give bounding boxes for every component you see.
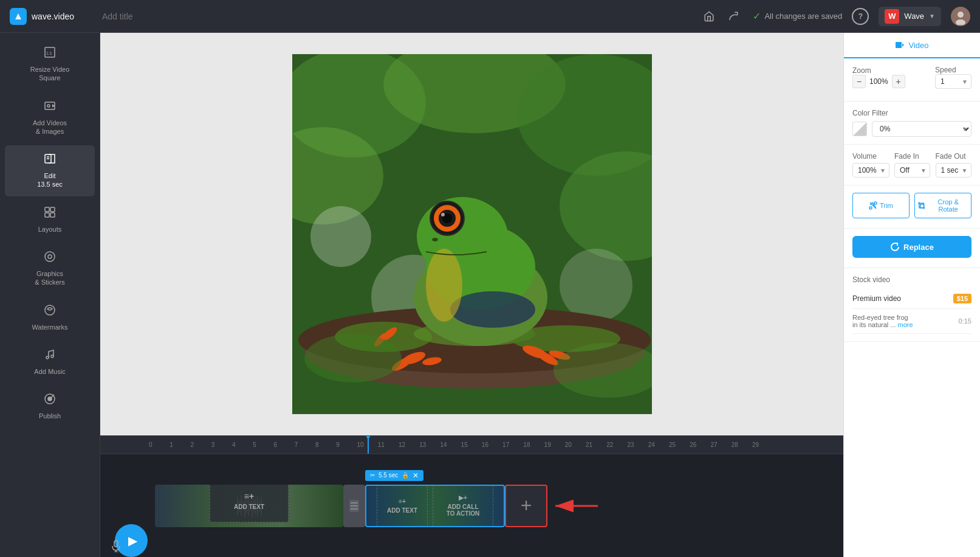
- svg-rect-13: [45, 213, 49, 217]
- add-text-button-main[interactable]: ≡+ ADD TEXT: [210, 485, 289, 522]
- ruler-mark-25: 25: [669, 441, 676, 448]
- sidebar-item-resize[interactable]: 1:1 Resize VideoSquare: [5, 39, 95, 90]
- ruler-mark-7: 7: [295, 441, 298, 448]
- trim-button[interactable]: Trim: [852, 193, 910, 218]
- crop-rotate-button[interactable]: Crop & Rotate: [914, 193, 971, 218]
- svg-rect-61: [351, 505, 358, 507]
- sidebar-item-music[interactable]: Add Music: [5, 341, 95, 383]
- add-text-label-2: ADD TEXT: [387, 507, 417, 514]
- svg-rect-60: [351, 502, 358, 503]
- svg-point-70: [869, 207, 872, 209]
- crop-label: Crop & Rotate: [928, 198, 968, 213]
- ruler-mark-21: 21: [586, 441, 592, 448]
- ruler-mark-22: 22: [606, 441, 613, 448]
- track-clip-main[interactable]: ≡+ ADD TEXT: [155, 485, 343, 527]
- logo-text: wave.video: [32, 12, 74, 21]
- clip-lock-icon: 🔒: [402, 472, 409, 479]
- sidebar-item-add-videos[interactable]: Add Videos& Images: [5, 92, 95, 144]
- video-canvas[interactable]: [292, 54, 652, 414]
- color-filter-dropdown-wrap: 0% ▼: [872, 121, 971, 137]
- selected-clip-container: ✂ 5.5 sec 🔒 ✕ ≡+ ADD TEXT: [365, 485, 505, 527]
- ruler-mark-28: 28: [732, 441, 738, 448]
- clip-close-button[interactable]: ✕: [413, 471, 419, 480]
- speed-dropdown[interactable]: 1 1.5 2: [935, 74, 971, 89]
- add-clip-button[interactable]: +: [505, 485, 547, 527]
- add-cta-label: ADD CALLTO ACTION: [447, 503, 479, 517]
- zoom-label: Zoom: [852, 66, 905, 75]
- crop-icon: [917, 201, 925, 210]
- track-clip-selected[interactable]: ≡+ ADD TEXT ▶+ ADD CALLTO ACTION: [365, 485, 505, 527]
- color-filter-section: Color Filter 0% ▼: [844, 102, 980, 145]
- ruler-mark-14: 14: [440, 441, 447, 448]
- ruler-mark-19: 19: [544, 441, 551, 448]
- panel-tab-video[interactable]: Video: [844, 33, 980, 58]
- svg-point-31: [560, 249, 632, 322]
- color-filter-dropdown[interactable]: 0%: [872, 121, 971, 137]
- add-text-button-clip[interactable]: ≡+ ADD TEXT: [377, 485, 428, 527]
- ruler-mark-4: 4: [232, 441, 236, 448]
- ruler-mark-16: 16: [482, 441, 488, 448]
- zoom-speed-row: Zoom − 100% + Speed 1 1.5 2: [852, 66, 971, 89]
- add-text-icon-2: ≡+: [399, 498, 406, 505]
- add-videos-icon: [44, 100, 56, 115]
- replace-button[interactable]: Replace: [852, 236, 971, 258]
- svg-point-18: [46, 356, 49, 359]
- trim-crop-section: Trim Crop & Rotate: [844, 185, 980, 229]
- speed-dropdown-wrap: 1 1.5 2 ▼: [935, 74, 971, 89]
- zoom-minus-button[interactable]: −: [852, 75, 866, 88]
- more-link[interactable]: more: [898, 321, 913, 328]
- ruler-mark-20: 20: [565, 441, 572, 448]
- volume-dropdown[interactable]: 100%: [852, 163, 889, 178]
- ruler-mark-11: 11: [378, 441, 385, 448]
- replace-icon: [890, 242, 900, 252]
- topbar-center: ✓ All changes are saved ? W Wave ▼: [216, 7, 970, 26]
- color-filter-label: Color Filter: [852, 109, 971, 117]
- undo-button[interactable]: [699, 7, 719, 26]
- separator-icon: [343, 485, 365, 527]
- sidebar-item-watermarks[interactable]: Watermarks: [5, 297, 95, 339]
- redo-button[interactable]: [724, 7, 743, 26]
- add-text-label: ADD TEXT: [234, 503, 264, 510]
- fade-in-dropdown[interactable]: Off 1 sec: [894, 163, 930, 178]
- avatar[interactable]: [951, 7, 970, 26]
- sidebar-item-graphics[interactable]: Graphics& Stickers: [5, 243, 95, 294]
- playhead: [368, 436, 369, 454]
- svg-rect-14: [50, 213, 55, 217]
- zoom-control: − 100% +: [852, 75, 905, 88]
- speed-group: Speed 1 1.5 2 ▼: [935, 66, 971, 89]
- ruler-mark-1: 1: [170, 441, 173, 448]
- svg-point-7: [47, 105, 50, 107]
- ruler-mark-24: 24: [648, 441, 655, 448]
- fade-in-label: Fade In: [894, 152, 931, 161]
- zoom-speed-section: Zoom − 100% + Speed 1 1.5 2: [844, 58, 980, 102]
- zoom-plus-button[interactable]: +: [892, 75, 905, 88]
- graphics-icon: [44, 251, 56, 266]
- fade-out-dropdown[interactable]: 1 sec Off: [936, 163, 971, 178]
- ruler-mark-6: 6: [273, 441, 277, 448]
- clip-duration: 5.5 sec: [379, 472, 398, 479]
- main-area: 1:1 Resize VideoSquare Add Videos& Image…: [0, 33, 980, 557]
- volume-fade-section: Volume 100% ▼ Fade In Off 1 sec: [844, 145, 980, 185]
- sidebar-item-layouts[interactable]: Layouts: [5, 199, 95, 241]
- fade-in-group: Fade In Off 1 sec ▼: [894, 152, 931, 178]
- workspace-selector[interactable]: W Wave ▼: [879, 7, 941, 26]
- svg-rect-65: [114, 541, 118, 547]
- logo-icon: [10, 8, 27, 25]
- help-button[interactable]: ?: [852, 8, 869, 25]
- sidebar-label-edit: Edit13.5 sec: [37, 171, 63, 189]
- frog-video-frame: [292, 54, 652, 414]
- sidebar-label-graphics: Graphics& Stickers: [35, 269, 65, 287]
- svg-point-40: [450, 291, 535, 328]
- stock-description: Red-eyed tree frogin its natural ... mor…: [852, 314, 913, 328]
- add-cta-button[interactable]: ▶+ ADD CALLTO ACTION: [433, 485, 493, 527]
- speed-label: Speed: [935, 66, 971, 74]
- play-icon: ▶: [128, 533, 137, 548]
- color-swatch[interactable]: [852, 122, 867, 136]
- fade-out-dropdown-wrap: 1 sec Off ▼: [936, 163, 971, 178]
- sidebar-item-publish[interactable]: Publish: [5, 386, 95, 427]
- panel-tab-label: Video: [908, 41, 928, 50]
- timeline-tracks: ▶: [100, 454, 843, 557]
- microphone-button[interactable]: [111, 540, 121, 555]
- title-input[interactable]: [102, 12, 208, 21]
- sidebar-item-edit[interactable]: Edit13.5 sec: [5, 145, 95, 196]
